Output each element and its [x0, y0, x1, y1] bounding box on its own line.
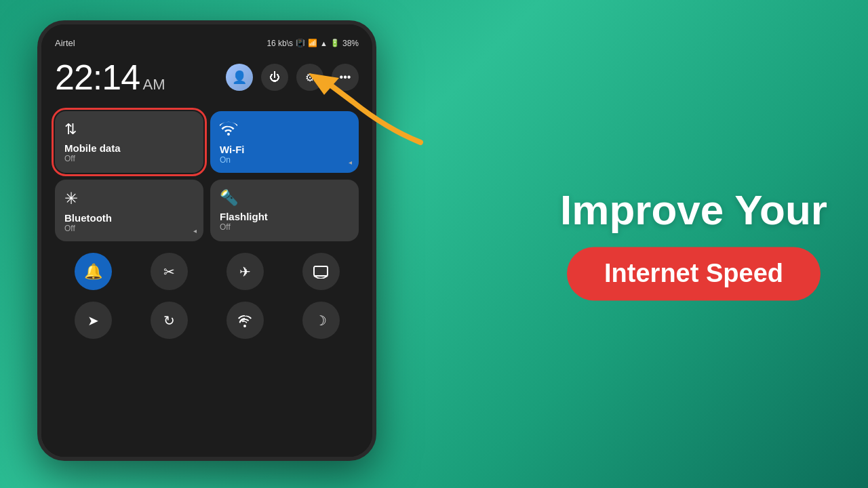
more-btn[interactable]: ••• [332, 64, 359, 91]
wifi2-btn[interactable] [226, 302, 264, 339]
battery-percent: 38% [342, 39, 359, 48]
status-bar: Airtel 16 kb\s 📳 📶 ▲ 🔋 38% [52, 35, 362, 54]
bluetooth-subtitle: Off [64, 224, 194, 233]
phone-body: Airtel 16 kb\s 📳 📶 ▲ 🔋 38% 22:14 AM 👤 [37, 20, 376, 461]
carrier-text: Airtel [55, 38, 75, 48]
avatar-btn[interactable]: 👤 [226, 64, 253, 91]
mobile-data-tile[interactable]: ⇅ Mobile data Off [55, 111, 203, 173]
power-btn[interactable]: ⏻ [261, 64, 288, 91]
bottom-icons-row1: 🔔 ✂ ✈ [52, 245, 362, 293]
ampm-text: AM [143, 76, 165, 93]
right-content: Improve Your Internet Speed [560, 187, 827, 300]
mobile-data-subtitle: Off [64, 154, 194, 163]
wifi-tile-subtitle: On [220, 155, 349, 165]
time-text: 22:14 [55, 58, 140, 97]
rotate-btn[interactable]: ↻ [151, 302, 188, 339]
cta-badge: Internet Speed [567, 247, 821, 301]
flashlight-subtitle: Off [220, 222, 349, 232]
headline: Improve Your [560, 187, 827, 233]
quick-actions: 👤 ⏻ ⚙ ••• [226, 64, 359, 91]
flashlight-title: Flashlight [220, 211, 349, 222]
signal-icon: ▲ [320, 39, 328, 47]
flashlight-icon: 🔦 [220, 189, 349, 207]
bell-btn[interactable]: 🔔 [75, 253, 112, 290]
scissors-btn[interactable]: ✂ [151, 253, 188, 290]
mobile-data-icon: ⇅ [64, 121, 194, 138]
airplane-btn[interactable]: ✈ [226, 253, 264, 290]
wifi-tile[interactable]: Wi-Fi On ◂ [210, 111, 359, 173]
phone-mockup: Airtel 16 kb\s 📳 📶 ▲ 🔋 38% 22:14 AM 👤 [37, 20, 383, 468]
bottom-icons-row2: ➤ ↻ ☽ [52, 293, 362, 342]
headline-line1: Improve Your [560, 187, 827, 233]
battery-icon: 🔋 [330, 39, 340, 47]
wifi-tile-title: Wi-Fi [220, 144, 349, 155]
flashlight-tile[interactable]: 🔦 Flashlight Off [210, 180, 359, 241]
speed-text: 16 kb\s [267, 39, 293, 48]
moon-btn[interactable]: ☽ [302, 302, 340, 339]
wifi-tile-icon [220, 121, 349, 140]
toggle-grid: ⇅ Mobile data Off Wi-Fi On ◂ [52, 108, 362, 245]
status-right: 16 kb\s 📳 📶 ▲ 🔋 38% [267, 39, 359, 48]
wifi-icon: 📶 [308, 39, 317, 47]
bluetooth-title: Bluetooth [64, 212, 194, 224]
bluetooth-tile[interactable]: ✳ Bluetooth Off ◂ [55, 180, 203, 241]
time-display: 22:14 AM [55, 57, 165, 98]
mobile-data-title: Mobile data [64, 142, 194, 154]
time-row: 22:14 AM 👤 ⏻ ⚙ ••• [52, 54, 362, 108]
cast-btn[interactable] [302, 253, 340, 290]
svg-rect-0 [314, 266, 328, 276]
wifi-expand-icon: ◂ [349, 159, 352, 166]
settings-btn[interactable]: ⚙ [296, 64, 323, 91]
cta-text: Internet Speed [604, 260, 783, 289]
location-btn[interactable]: ➤ [75, 302, 112, 339]
bluetooth-expand-icon: ◂ [193, 227, 197, 235]
bluetooth-icon: ✳ [64, 189, 194, 208]
phone-screen: Airtel 16 kb\s 📳 📶 ▲ 🔋 38% 22:14 AM 👤 [41, 24, 372, 457]
vibrate-icon: 📳 [296, 39, 305, 47]
